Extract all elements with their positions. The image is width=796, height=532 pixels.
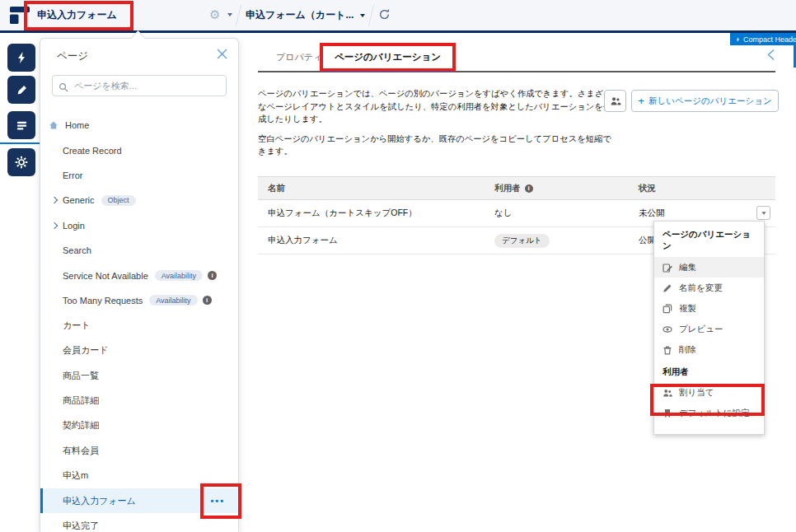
builder-logo-icon[interactable] <box>10 7 30 27</box>
menu-item-label: プレビュー <box>679 324 723 335</box>
variation-audience: なし <box>494 200 513 226</box>
variations-description: ページのバリエーションでは、ページの別のバージョンをすばやく作成できます。さまざ… <box>258 87 612 165</box>
menu-item-assign[interactable]: 割り当て <box>654 382 764 403</box>
rail-quick-actions-button[interactable] <box>7 44 35 72</box>
edit-note-icon <box>663 263 672 273</box>
info-icon[interactable]: i <box>525 184 533 193</box>
tab-page-variations[interactable]: ページのバリエーション <box>320 43 456 72</box>
menu-item-rename[interactable]: 名前を変更 <box>654 278 764 298</box>
page-item[interactable]: 申込完了 <box>40 513 238 532</box>
page-item[interactable]: 会員カード <box>40 338 238 363</box>
rail-theme-button[interactable] <box>7 76 35 104</box>
rail-settings-button[interactable] <box>7 148 35 176</box>
close-icon[interactable] <box>217 48 227 63</box>
variation-name: 申込入力フォーム <box>268 227 338 254</box>
chevron-right-icon[interactable] <box>51 197 58 203</box>
menu-section-title: 利用者 <box>654 360 764 382</box>
page-list: Home Create Record Error Generic Object … <box>40 113 238 532</box>
refresh-icon[interactable] <box>378 8 391 24</box>
page-item[interactable]: 契約詳細 <box>40 413 238 438</box>
menu-item-set-default[interactable]: デフォルトに設定 <box>654 403 764 423</box>
variation-selector-label: 申込フォーム（カート... <box>246 8 354 22</box>
page-item[interactable]: 商品一覧 <box>40 363 238 388</box>
info-icon[interactable]: i <box>208 271 217 280</box>
page-item[interactable]: Service Not Available Availability i <box>40 263 238 287</box>
page-item[interactable]: 申込m <box>40 463 238 488</box>
menu-item-delete[interactable]: 削除 <box>654 339 764 360</box>
page-item-home[interactable]: Home <box>40 113 238 138</box>
toolbar-divider <box>368 4 375 26</box>
page-item-label: カート <box>63 320 91 332</box>
page-item-label: Home <box>65 120 89 130</box>
column-header-status: 状況 <box>639 177 656 199</box>
page-item-label: Create Record <box>63 146 122 156</box>
eye-icon <box>663 324 672 334</box>
plus-icon: + <box>638 96 644 106</box>
builder-tool-rail <box>0 33 40 532</box>
column-header-audience: 利用者 i <box>494 177 533 199</box>
current-page-selector[interactable]: 申込入力フォーム <box>37 0 117 30</box>
info-icon[interactable]: i <box>203 296 212 305</box>
column-header-name: 名前 <box>268 177 285 199</box>
row-actions-dropdown-button[interactable] <box>756 206 770 220</box>
row-actions-menu: ページのバリエーション 編集 名前を変更 複製 プレビュー 削除 利用者 割り当… <box>653 221 765 435</box>
page-item-generic[interactable]: Generic Object <box>40 188 238 212</box>
page-item[interactable]: Search <box>40 238 238 263</box>
chevron-down-icon <box>360 14 365 17</box>
chevron-right-icon[interactable] <box>51 222 58 229</box>
rail-structure-button[interactable] <box>7 111 35 139</box>
menu-item-label: 割り当て <box>679 387 714 399</box>
toolbar-divider <box>236 4 242 26</box>
compact-header-tag[interactable]: Compact Header <box>730 33 796 45</box>
page-item[interactable]: 有料会員 <box>40 438 238 463</box>
page-item-label: Generic <box>63 195 95 205</box>
experience-builder-screen: 申込入力フォーム ⚙ 申込フォーム（カート... Compact Header <box>0 0 796 532</box>
default-badge: デフォルト <box>494 234 550 248</box>
menu-item-preview[interactable]: プレビュー <box>654 319 764 339</box>
pages-panel: ページ Home Create Record Error Generic Obj… <box>40 38 239 532</box>
page-item-login[interactable]: Login <box>40 213 238 238</box>
page-item[interactable]: Too Many Requests Availability i <box>40 288 238 313</box>
page-search-input[interactable] <box>52 75 227 96</box>
page-item-label: Service Not Available <box>63 271 148 281</box>
availability-badge: Availability <box>149 295 197 306</box>
lightning-icon <box>15 51 28 64</box>
variation-selector[interactable]: 申込フォーム（カート... <box>246 0 365 30</box>
people-icon <box>610 96 621 106</box>
compact-header-label: Compact Header <box>743 35 796 44</box>
variation-name: 申込フォーム（カートスキップOFF） <box>268 200 417 226</box>
more-actions-icon[interactable] <box>210 496 225 506</box>
active-tab-underline <box>321 70 455 72</box>
panel-notch <box>130 30 145 45</box>
description-paragraph-2: 空白ページのバリエーションから開始するか、既存のページをコピーしてプロセスを短縮… <box>258 133 612 158</box>
assign-audience-button[interactable] <box>604 90 626 112</box>
lightning-icon <box>735 35 741 44</box>
page-item-label: Search <box>63 245 91 255</box>
object-badge: Object <box>101 195 136 206</box>
collapse-panel-icon[interactable] <box>766 49 776 64</box>
page-item[interactable]: Create Record <box>40 138 238 162</box>
page-item-label: 商品詳細 <box>63 394 99 407</box>
pencil-icon <box>663 283 672 293</box>
menu-item-duplicate[interactable]: 複製 <box>654 298 764 319</box>
variation-audience: デフォルト <box>494 227 550 254</box>
page-item[interactable]: カート <box>40 313 238 338</box>
new-page-variation-button[interactable]: + 新しいページのバリエーション <box>631 90 779 112</box>
page-item[interactable]: 商品詳細 <box>40 388 238 413</box>
menu-item-label: デフォルトに設定 <box>679 408 749 419</box>
page-item-label: Login <box>63 221 85 231</box>
gear-icon[interactable]: ⚙ <box>209 7 220 23</box>
trash-icon <box>663 345 672 355</box>
new-page-variation-label: 新しいページのバリエーション <box>649 96 772 107</box>
menu-section-title: ページのバリエーション <box>654 222 764 257</box>
table-header-row: 名前 利用者 i 状況 <box>258 176 775 200</box>
panel-title: ページ <box>57 49 88 63</box>
page-item-selected[interactable]: 申込入力フォーム <box>40 488 238 513</box>
top-toolbar: 申込入力フォーム ⚙ 申込フォーム（カート... <box>0 0 796 33</box>
tab-properties[interactable]: プロパティ <box>276 43 322 72</box>
description-paragraph-1: ページのバリエーションでは、ページの別のバージョンをすばやく作成できます。さまざ… <box>258 87 612 126</box>
menu-item-edit[interactable]: 編集 <box>654 257 764 278</box>
page-item-label: 申込m <box>63 469 88 482</box>
page-item[interactable]: Error <box>40 163 238 188</box>
gear-caret-icon[interactable] <box>227 13 232 16</box>
